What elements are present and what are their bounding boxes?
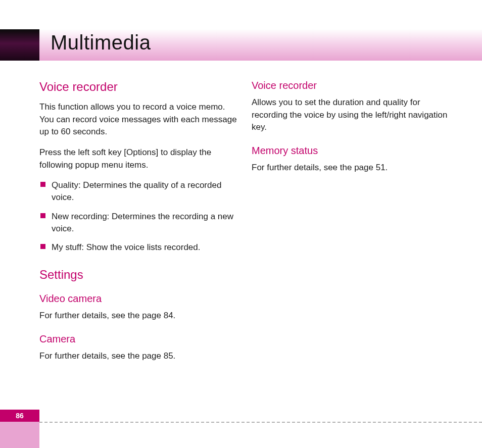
page-title: Multimedia	[51, 31, 151, 54]
footer: 86	[0, 422, 482, 448]
list-item: Quality: Determines the quality of a rec…	[39, 179, 242, 204]
header-title-box: Multimedia	[39, 29, 482, 61]
voice-recorder-heading: Voice recorder	[39, 80, 242, 94]
left-column: Voice recorder This function allows you …	[39, 80, 242, 370]
header-band: Multimedia	[0, 29, 482, 61]
camera-heading: Camera	[39, 333, 242, 345]
footer-dashed-rule	[39, 422, 482, 423]
video-camera-heading: Video camera	[39, 293, 242, 305]
voice-recorder-para1: This function allows you to record a voi…	[39, 101, 242, 138]
page-body: Voice recorder This function allows you …	[39, 80, 467, 370]
voice-recorder-para2: Press the left soft key [Options] to dis…	[39, 146, 242, 171]
video-camera-para: For further details, see the page 84.	[39, 310, 242, 322]
footer-pink-block: 86	[0, 422, 39, 448]
camera-para: For further details, see the page 85.	[39, 350, 242, 363]
voice-recorder-bullets: Quality: Determines the quality of a rec…	[39, 179, 242, 254]
list-item: My stuff: Show the voice lists recorded.	[39, 241, 242, 254]
memory-status-para: For further details, see the page 51.	[252, 162, 454, 174]
header-dark-accent	[0, 29, 39, 61]
settings-heading: Settings	[39, 268, 242, 282]
page-number: 86	[0, 410, 39, 422]
list-item: New recording: Determines the recording …	[39, 211, 242, 235]
memory-status-heading: Memory status	[252, 145, 454, 157]
voice-recorder-right-para: Allows you to set the duration and quali…	[252, 96, 454, 134]
voice-recorder-right-heading: Voice recorder	[252, 80, 454, 91]
right-column: Voice recorder Allows you to set the dur…	[252, 80, 454, 182]
